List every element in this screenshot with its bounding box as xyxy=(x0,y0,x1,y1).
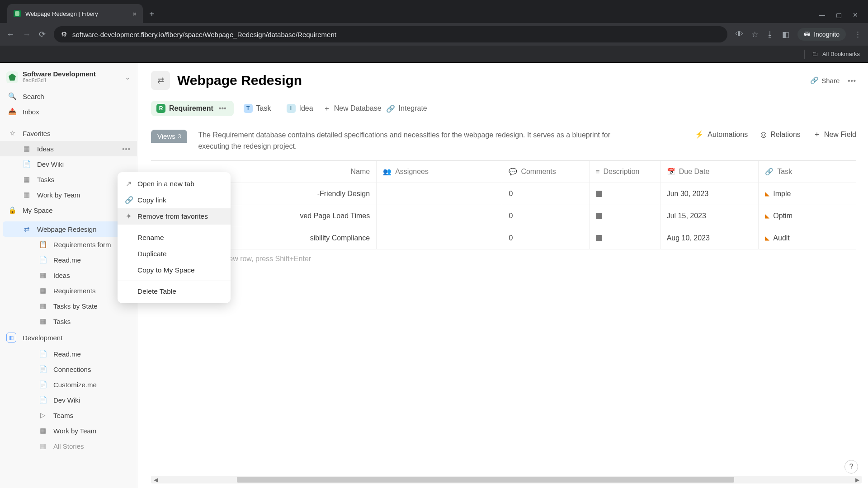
ctx-open-new-tab[interactable]: ↗Open in a new tab xyxy=(118,176,231,192)
sidebar-item-readme[interactable]: 📄Read.me xyxy=(0,252,137,267)
sidebar-dev-workbyteam[interactable]: ▦Work by Team xyxy=(0,423,137,438)
cell-duedate[interactable]: Jun 30, 2023 xyxy=(660,183,759,205)
sidebar-inbox[interactable]: 📥Inbox xyxy=(0,104,137,119)
page-more-icon[interactable]: ••• xyxy=(848,77,856,84)
link-icon: 🔗 xyxy=(386,104,395,113)
integrate-button[interactable]: 🔗Integrate xyxy=(386,104,427,113)
db-tab-idea[interactable]: IIdea xyxy=(281,101,319,116)
form-icon: 📋 xyxy=(39,240,47,249)
sidebar-myspace[interactable]: 🔒My Space xyxy=(0,202,137,218)
help-button[interactable]: ? xyxy=(844,460,858,474)
forward-icon[interactable]: → xyxy=(23,30,31,39)
col-description[interactable]: ≡Description xyxy=(590,161,660,183)
ctx-rename[interactable]: Rename xyxy=(118,230,231,246)
cell-duedate[interactable]: Aug 10, 2023 xyxy=(660,227,759,249)
col-duedate[interactable]: 📅Due Date xyxy=(660,161,759,183)
new-field-button[interactable]: ＋New Field xyxy=(813,130,856,139)
cell-task[interactable]: ◣Audit xyxy=(759,227,856,249)
horizontal-scrollbar[interactable]: ◀ ▶ xyxy=(151,476,862,483)
ctx-copy-to-myspace[interactable]: Copy to My Space xyxy=(118,262,231,278)
col-assignees[interactable]: 👥Assignees xyxy=(377,161,502,183)
page-icon[interactable]: ⇄ xyxy=(151,71,170,90)
db-tab-task[interactable]: TTask xyxy=(238,101,277,116)
window-close-icon[interactable]: ✕ xyxy=(853,11,858,19)
workspace-logo-icon xyxy=(6,71,18,83)
panel-icon[interactable]: ◧ xyxy=(782,30,789,39)
sidebar-dev-wiki[interactable]: 📄Dev Wiki xyxy=(0,392,137,408)
ctx-remove-favorites[interactable]: ✦Remove from favorites xyxy=(118,208,231,225)
sidebar-item-ideas[interactable]: ▦Ideas xyxy=(0,267,137,283)
sidebar-item-requirements[interactable]: ▦Requirements xyxy=(0,283,137,298)
sidebar-fav-workbyteam[interactable]: ▦Work by Team xyxy=(0,187,137,202)
new-database-button[interactable]: ＋New Database xyxy=(323,104,382,113)
sidebar-space-development[interactable]: ◧Development xyxy=(0,329,137,346)
views-button[interactable]: Views3 xyxy=(151,130,187,143)
window-minimize-icon[interactable]: — xyxy=(819,11,825,19)
scroll-right-icon[interactable]: ▶ xyxy=(853,477,862,483)
grid-icon: ▦ xyxy=(39,271,47,279)
cell-assignees[interactable] xyxy=(377,227,502,249)
share-button[interactable]: 🔗Share xyxy=(810,76,840,84)
cell-comments[interactable]: 0 xyxy=(502,183,589,205)
star-icon[interactable]: ☆ xyxy=(751,30,758,39)
address-bar[interactable]: ⚙ software-development.fibery.io/fibery/… xyxy=(54,26,727,42)
sidebar-search[interactable]: 🔍Search xyxy=(0,89,137,104)
sidebar-dev-connections[interactable]: 📄Connections xyxy=(0,361,137,377)
sidebar-space-webpage[interactable]: ⇄Webpage Redesign xyxy=(3,221,134,237)
tab-close-icon[interactable]: × xyxy=(132,10,137,18)
cell-task[interactable]: ◣Imple xyxy=(759,183,856,205)
eye-off-icon[interactable]: 👁 xyxy=(736,30,743,39)
new-row-hint[interactable]: a new row, press Shift+Enter xyxy=(151,249,856,268)
relations-button[interactable]: ◎Relations xyxy=(760,130,801,139)
sidebar-fav-tasks[interactable]: ▦Tasks xyxy=(0,172,137,187)
ctx-delete-table[interactable]: Delete Table xyxy=(118,283,231,300)
browser-tab[interactable]: Webpage Redesign | Fibery × xyxy=(7,4,143,23)
cell-task[interactable]: ◣Optim xyxy=(759,205,856,227)
cell-description[interactable] xyxy=(590,227,660,249)
scroll-left-icon[interactable]: ◀ xyxy=(151,477,160,483)
relations-icon: ◎ xyxy=(760,130,767,139)
new-tab-button[interactable]: + xyxy=(143,9,161,23)
window-maximize-icon[interactable]: ▢ xyxy=(836,11,842,19)
more-icon[interactable]: ••• xyxy=(122,145,131,153)
back-icon[interactable]: ← xyxy=(6,30,14,39)
sidebar-fav-ideas[interactable]: ▦Ideas••• xyxy=(0,141,137,156)
sidebar-item-reqform[interactable]: 📋Requirements form xyxy=(0,237,137,252)
col-task[interactable]: 🔗Task xyxy=(759,161,856,183)
ctx-copy-link[interactable]: 🔗Copy link xyxy=(118,192,231,208)
kebab-icon[interactable]: ⋮ xyxy=(854,30,862,39)
cell-duedate[interactable]: Jul 15, 2023 xyxy=(660,205,759,227)
db-tab-requirement[interactable]: RRequirement••• xyxy=(151,101,234,116)
download-icon[interactable]: ⭳ xyxy=(766,30,774,39)
grid-icon: ▦ xyxy=(23,191,31,199)
table-row[interactable]: -Friendly Design0Jun 30, 2023◣Imple xyxy=(151,183,856,205)
sidebar-dev-allstories[interactable]: ▦All Stories xyxy=(0,438,137,454)
cell-assignees[interactable] xyxy=(377,183,502,205)
col-comments[interactable]: 💬Comments xyxy=(502,161,589,183)
sidebar-dev-teams[interactable]: ▷Teams xyxy=(0,408,137,423)
grid-icon: ▦ xyxy=(23,145,31,153)
automations-button[interactable]: ⚡Automations xyxy=(695,130,748,139)
reload-icon[interactable]: ⟳ xyxy=(39,29,46,39)
chip-more-icon[interactable]: ••• xyxy=(217,104,228,113)
ctx-duplicate[interactable]: Duplicate xyxy=(118,246,231,262)
sidebar-dev-readme[interactable]: 📄Read.me xyxy=(0,346,137,361)
incognito-badge[interactable]: 🕶 Incognito xyxy=(797,28,846,41)
table-row[interactable]: ved Page Load Times0Jul 15, 2023◣Optim xyxy=(151,205,856,227)
sidebar-item-tasks[interactable]: ▦Tasks xyxy=(0,314,137,329)
sidebar-dev-customize[interactable]: 📄Customize.me xyxy=(0,377,137,392)
sidebar-fav-devwiki[interactable]: 📄Dev Wiki xyxy=(0,156,137,172)
cell-comments[interactable]: 0 xyxy=(502,205,589,227)
cell-description[interactable] xyxy=(590,205,660,227)
site-settings-icon[interactable]: ⚙ xyxy=(61,30,67,38)
cell-description[interactable] xyxy=(590,183,660,205)
table-row[interactable]: sibility Compliance0Aug 10, 2023◣Audit xyxy=(151,227,856,249)
sidebar-favorites-header[interactable]: ☆Favorites xyxy=(0,126,137,141)
all-bookmarks-link[interactable]: All Bookmarks xyxy=(822,51,860,57)
scroll-thumb[interactable] xyxy=(237,477,734,483)
cell-comments[interactable]: 0 xyxy=(502,227,589,249)
cell-assignees[interactable] xyxy=(377,205,502,227)
grid-icon: ▦ xyxy=(23,175,31,183)
workspace-switcher[interactable]: Software Development 6ad8d3d1 ⌄ xyxy=(0,67,137,89)
sidebar-item-tasksbystate[interactable]: ▦Tasks by State xyxy=(0,298,137,314)
